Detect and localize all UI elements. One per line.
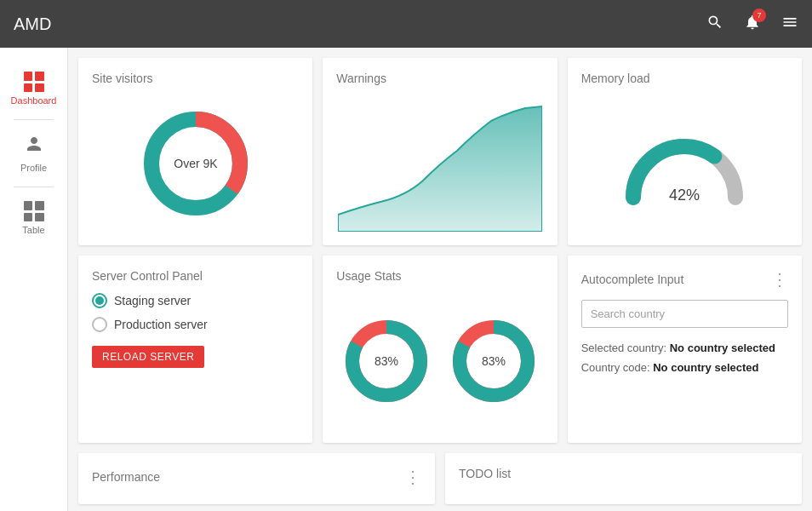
profile-icon (24, 134, 44, 159)
country-code-value: No country selected (653, 361, 758, 374)
site-visitors-chart: Over 9K (92, 95, 299, 232)
donut-center-text: Over 9K (174, 157, 218, 170)
top-card-row: Site visitors Over 9K Warnings (78, 58, 802, 245)
autocomplete-card: Autocomplete Input ⋮ Selected country: N… (568, 256, 802, 443)
usage-donut-2: 83% (447, 314, 540, 408)
memory-gauge: 42% (581, 95, 788, 232)
warnings-title: Warnings (336, 72, 543, 85)
gauge-value: 42% (669, 187, 700, 204)
table-icon (24, 201, 44, 221)
server-control-title: Server Control Panel (92, 269, 299, 283)
warnings-chart (336, 95, 543, 232)
sidebar-label-dashboard: Dashboard (11, 95, 57, 106)
todo-card: TODO list (445, 453, 802, 504)
todo-title: TODO list (459, 467, 788, 480)
content-area: Site visitors Over 9K Warnings (68, 48, 812, 511)
performance-more-icon[interactable]: ⋮ (404, 467, 421, 487)
performance-title: Performance (92, 470, 160, 484)
server-control-card: Server Control Panel Staging server Prod… (78, 256, 312, 443)
sidebar-item-dashboard[interactable]: Dashboard (0, 61, 67, 116)
selected-country-value: No country selected (670, 342, 775, 354)
selected-country-row: Selected country: No country selected (581, 338, 788, 358)
staging-server-label: Staging server (114, 294, 191, 307)
server-radio-group: Staging server Production server (92, 293, 299, 332)
sidebar-item-table[interactable]: Table (0, 191, 67, 245)
autocomplete-title: Autocomplete Input (581, 273, 684, 286)
reload-server-button[interactable]: RELOAD SERVER (92, 346, 204, 368)
sidebar: Dashboard Profile Table (0, 48, 68, 511)
country-code-label: Country code: (581, 361, 650, 374)
svg-text:83%: 83% (375, 354, 398, 368)
notification-badge: 7 (752, 9, 766, 22)
production-radio[interactable] (92, 317, 107, 332)
sidebar-label-profile: Profile (20, 163, 47, 173)
usage-stats-title: Usage Stats (336, 269, 543, 283)
main-layout: Dashboard Profile Table Site visi (0, 48, 812, 511)
usage-donut-1: 83% (340, 314, 433, 408)
memory-load-card: Memory load 42% (568, 58, 802, 245)
sidebar-item-profile[interactable]: Profile (0, 123, 67, 183)
mid-card-row: Server Control Panel Staging server Prod… (78, 256, 802, 443)
svg-text:83%: 83% (482, 354, 506, 368)
notifications-icon[interactable]: 7 (744, 14, 761, 35)
search-icon[interactable] (706, 14, 723, 35)
staging-server-option[interactable]: Staging server (92, 293, 299, 308)
usage-charts-container: 83% 83% (336, 293, 543, 429)
autocomplete-more-icon[interactable]: ⋮ (771, 269, 788, 290)
bottom-card-row: Performance ⋮ TODO list (78, 453, 802, 504)
warnings-card: Warnings (323, 58, 557, 245)
production-server-label: Production server (114, 318, 208, 331)
topbar-icons: 7 (706, 14, 798, 35)
site-visitors-card: Site visitors Over 9K (78, 58, 312, 245)
site-visitors-title: Site visitors (92, 72, 299, 85)
sidebar-label-table: Table (22, 225, 44, 235)
sidebar-divider-2 (14, 187, 54, 187)
memory-load-title: Memory load (581, 72, 788, 85)
selected-country-label: Selected country: (581, 342, 666, 354)
topbar: AMD 7 (0, 0, 812, 48)
dashboard-icon (24, 72, 44, 92)
performance-card: Performance ⋮ (78, 453, 435, 504)
country-search-input[interactable] (581, 300, 788, 328)
production-server-option[interactable]: Production server (92, 317, 299, 332)
brand-logo: AMD (14, 14, 51, 34)
sidebar-divider (14, 119, 54, 120)
staging-radio[interactable] (92, 293, 107, 308)
country-info: Selected country: No country selected Co… (581, 338, 788, 378)
usage-stats-card: Usage Stats 83% (323, 256, 557, 443)
country-code-row: Country code: No country selected (581, 358, 788, 377)
menu-icon[interactable] (781, 14, 798, 35)
